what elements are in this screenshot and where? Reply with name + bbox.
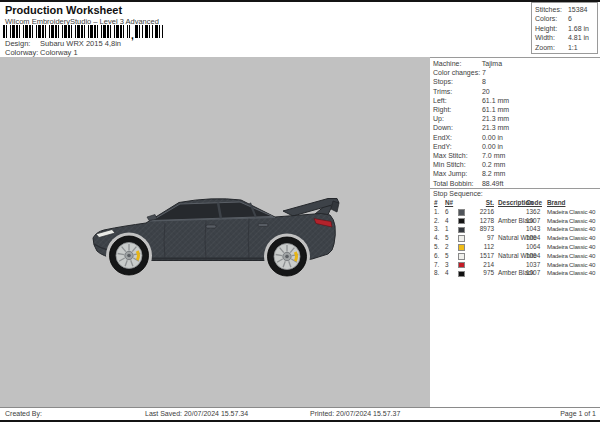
info-label: Up:: [433, 114, 480, 123]
bottom-rule: [0, 420, 600, 422]
stat-label: Colors:: [535, 14, 566, 23]
cell-num: 1.: [434, 208, 439, 217]
machine-info-row: Color changes: 7: [433, 68, 509, 77]
cell-needle: 1: [445, 225, 449, 234]
machine-info-row: Machine: Tajima: [433, 59, 509, 68]
info-value: 61.1 mm: [482, 106, 509, 113]
stop-sequence-row: 8. 4 975 Amber Black 1007 Madeira Classi…: [430, 269, 600, 278]
printed-text: Printed: 20/07/2024 15.57.37: [310, 410, 400, 417]
thread-color-swatch: [458, 209, 465, 216]
top-rule: [0, 0, 600, 2]
thread-color-swatch: [458, 271, 465, 278]
cell-needle: 5: [445, 252, 449, 261]
info-label: Stops:: [433, 77, 480, 86]
stat-row: Colors: 6: [535, 14, 597, 23]
info-value: 88.49ft: [482, 180, 503, 187]
machine-info-row: Total Bobbin: 88.49ft: [433, 179, 509, 188]
thread-color-swatch: [458, 244, 465, 251]
barcode-bars-left: [3, 25, 130, 38]
cell-num: 3.: [434, 225, 439, 234]
cell-stitches: 112: [468, 243, 494, 252]
stop-sequence-row: 7. 3 214 1037 Madeira Classic 40: [430, 261, 600, 270]
machine-info-row: Down: 21.3 mm: [433, 123, 509, 132]
stat-row: Width: 4.81 in: [535, 33, 597, 42]
stat-row: Zoom: 1:1: [535, 43, 597, 52]
cell-num: 2.: [434, 217, 439, 226]
cell-num: 7.: [434, 261, 439, 270]
stat-label: Stitches:: [535, 5, 566, 14]
stop-sequence-row: 5. 2 112 1064 Madeira Classic 40: [430, 243, 600, 252]
cell-needle: 6: [445, 208, 449, 217]
page-number: Page 1 of 1: [560, 410, 596, 417]
production-worksheet-page: Production Worksheet Wilcom EmbroiderySt…: [0, 0, 600, 424]
col-header-stitches: St.: [468, 199, 494, 208]
cell-stitches: 8973: [468, 225, 494, 234]
stat-value: 4.81 in: [568, 34, 589, 41]
machine-info-row: EndX: 0.00 in: [433, 133, 509, 142]
cell-code: 1007: [526, 217, 540, 226]
cell-stitches: 1517: [468, 252, 494, 261]
design-label: Design:: [5, 39, 38, 48]
cell-needle: 5: [445, 234, 449, 243]
info-value: 21.3 mm: [482, 124, 509, 131]
stop-sequence-row: 2. 4 1278 Amber Black 1007 Madeira Class…: [430, 217, 600, 226]
info-value: 0.00 in: [482, 134, 503, 141]
colorway-row: Colorway: Colorway 1: [5, 48, 78, 57]
last-saved-text: Last Saved: 20/07/2024 15.57.34: [145, 410, 248, 417]
info-label: Max Stitch:: [433, 151, 480, 160]
created-by-label: Created By:: [5, 410, 42, 417]
machine-info-row: EndY: 0.00 in: [433, 142, 509, 151]
design-barcode: ,: [3, 25, 165, 38]
machine-info-row: Stops: 8: [433, 77, 509, 86]
rear-wheel: [268, 237, 307, 276]
machine-info-row: Min Stitch: 0.2 mm: [433, 160, 509, 169]
stop-sequence-row: 6. 5 1517 Natural White 1004 Madeira Cla…: [430, 252, 600, 261]
stat-label: Height:: [535, 24, 566, 33]
design-row: Design: Subaru WRX 2015 4,8in: [5, 39, 121, 48]
info-label: EndX:: [433, 133, 480, 142]
cell-code: 1362: [526, 208, 540, 217]
page-title: Production Worksheet: [5, 4, 122, 16]
stat-row: Height: 1.68 in: [535, 24, 597, 33]
stat-value: 1:1: [568, 44, 578, 51]
stop-sequence-row: 3. 1 8973 1043 Madeira Classic 40: [430, 225, 600, 234]
cell-needle: 4: [445, 269, 449, 278]
info-value: Tajima: [482, 60, 502, 67]
cell-num: 4.: [434, 234, 439, 243]
cell-brand: Madeira Classic 40: [547, 208, 595, 217]
cell-stitches: 1278: [468, 217, 494, 226]
cell-code: 1004: [526, 252, 540, 261]
stat-label: Width:: [535, 33, 566, 42]
stop-sequence-title: Stop Sequence:: [433, 190, 483, 197]
cell-needle: 2: [445, 243, 449, 252]
thread-color-swatch: [458, 253, 465, 260]
cell-brand: Madeira Classic 40: [547, 261, 595, 270]
barcode-bars-right: [135, 25, 165, 38]
stat-row: Stitches: 15384: [535, 5, 597, 14]
info-value: 61.1 mm: [482, 97, 509, 104]
info-label: Down:: [433, 123, 480, 132]
info-value: 7: [482, 69, 486, 76]
stop-sequence-row: 1. 6 2216 1362 Madeira Classic 40: [430, 208, 600, 217]
machine-info-row: Left: 61.1 mm: [433, 96, 509, 105]
cell-code: 1043: [526, 225, 540, 234]
design-info-panel: Machine: Tajima Color changes: 7 Stops: …: [430, 57, 600, 407]
footer-rule: [0, 407, 600, 408]
info-label: Max Jump:: [433, 169, 480, 178]
cell-brand: Madeira Classic 40: [547, 225, 595, 234]
cell-code: 1007: [526, 269, 540, 278]
stat-label: Zoom:: [535, 43, 566, 52]
colorway-value: Colorway 1: [40, 48, 78, 57]
cell-code: 1004: [526, 234, 540, 243]
embroidered-car-image: [90, 190, 346, 282]
stat-value: 15384: [568, 6, 587, 13]
thread-color-swatch: [458, 218, 465, 225]
cell-stitches: 97: [468, 234, 494, 243]
cell-num: 5.: [434, 243, 439, 252]
cell-stitches: 214: [468, 261, 494, 270]
cell-brand: Madeira Classic 40: [547, 234, 595, 243]
info-value: 8.2 mm: [482, 170, 505, 177]
col-header-num: #: [434, 199, 438, 208]
machine-info-list: Machine: Tajima Color changes: 7 Stops: …: [433, 59, 509, 188]
machine-info-row: Max Stitch: 7.0 mm: [433, 151, 509, 160]
